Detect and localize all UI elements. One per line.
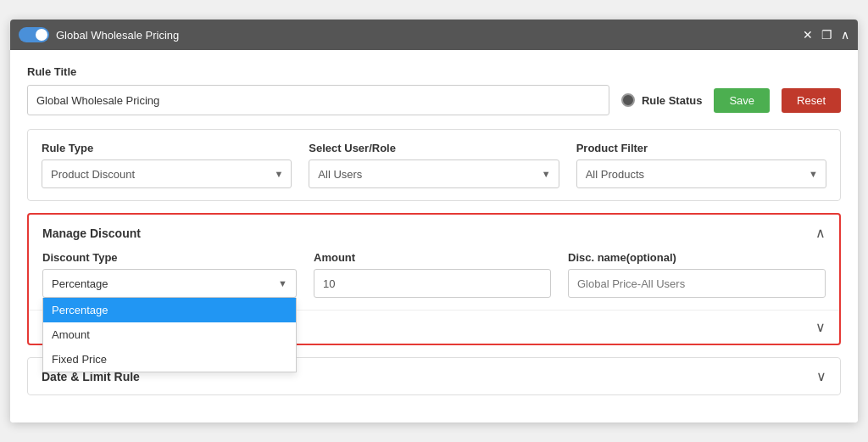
discount-type-group: Discount Type Percentage ▼ Percentage Am… [42, 251, 297, 298]
discount-type-chevron-icon: ▼ [278, 278, 287, 288]
save-button[interactable]: Save [714, 88, 770, 113]
disc-name-input[interactable] [568, 269, 826, 298]
dropdown-item-fixed-price[interactable]: Fixed Price [43, 347, 296, 372]
manage-discount-section: Manage Discount ∧ Discount Type Percenta… [27, 213, 841, 345]
main-window: Global Wholesale Pricing ✕ ❐ ∧ Rule Titl… [10, 20, 858, 422]
rule-status-label: Rule Status [642, 94, 703, 107]
amount-input[interactable] [314, 269, 551, 298]
close-icon[interactable]: ✕ [803, 28, 813, 42]
collapse-icon[interactable]: ∧ [841, 28, 849, 42]
rule-type-select-wrap: Product Discount Cart Discount Bulk Pric… [42, 159, 292, 188]
disc-name-label: Disc. name(optional) [568, 251, 826, 264]
discount-type-select-container: Percentage ▼ Percentage Amount Fixed Pri… [42, 269, 297, 298]
disc-name-group: Disc. name(optional) [568, 251, 826, 298]
content-area: Rule Title Rule Status Save Reset Rule T… [10, 50, 858, 422]
rule-type-row: Rule Type Product Discount Cart Discount… [42, 142, 826, 188]
title-bar: Global Wholesale Pricing ✕ ❐ ∧ [10, 20, 858, 50]
manage-discount-chevron-icon: ∧ [815, 225, 826, 241]
copy-icon[interactable]: ❐ [821, 28, 832, 42]
manage-discount-header[interactable]: Manage Discount ∧ [29, 215, 839, 251]
product-filter-label: Product Filter [576, 142, 826, 154]
rule-type-label: Rule Type [42, 142, 292, 154]
user-role-select-wrap: All Users Wholesale Customers Retail Cus… [309, 159, 559, 188]
discount-type-label: Discount Type [42, 251, 297, 264]
discount-type-selected-value: Percentage [52, 277, 108, 290]
product-filter-select[interactable]: All Products Category Based Product Base… [576, 159, 826, 188]
amount-group: Amount [314, 251, 551, 298]
date-limit-chevron-icon: ∨ [816, 368, 826, 384]
rule-title-input[interactable] [27, 85, 609, 115]
user-role-group: Select User/Role All Users Wholesale Cus… [309, 142, 559, 188]
manage-discount-title: Manage Discount [42, 227, 141, 240]
manage-discount-body: Discount Type Percentage ▼ Percentage Am… [29, 251, 839, 310]
rule-title-label: Rule Title [27, 65, 841, 78]
discount-fields-row: Discount Type Percentage ▼ Percentage Am… [42, 251, 826, 298]
user-role-select[interactable]: All Users Wholesale Customers Retail Cus… [309, 159, 559, 188]
status-indicator [621, 93, 635, 107]
rule-title-row: Rule Status Save Reset [27, 85, 841, 115]
amount-label: Amount [314, 251, 551, 264]
product-filter-select-wrap: All Products Category Based Product Base… [576, 159, 826, 188]
product-filter-group: Product Filter All Products Category Bas… [576, 142, 826, 188]
title-bar-controls: ✕ ❐ ∧ [803, 28, 849, 42]
discount-type-display[interactable]: Percentage ▼ [42, 269, 297, 298]
title-bar-left: Global Wholesale Pricing [19, 27, 179, 42]
discount-type-dropdown: Percentage Amount Fixed Price [42, 298, 297, 372]
rule-status-group: Rule Status [621, 93, 703, 107]
rule-type-group: Rule Type Product Discount Cart Discount… [42, 142, 292, 188]
dropdown-item-percentage[interactable]: Percentage [43, 298, 296, 322]
title-toggle-switch[interactable] [19, 27, 49, 42]
reset-button[interactable]: Reset [782, 88, 841, 113]
rule-type-select[interactable]: Product Discount Cart Discount Bulk Pric… [42, 159, 292, 188]
dropdown-item-amount[interactable]: Amount [43, 322, 296, 347]
rule-type-card: Rule Type Product Discount Cart Discount… [27, 129, 841, 201]
user-role-label: Select User/Role [309, 142, 559, 154]
window-title: Global Wholesale Pricing [56, 29, 179, 42]
conditions-chevron-icon[interactable]: ∨ [815, 319, 826, 335]
